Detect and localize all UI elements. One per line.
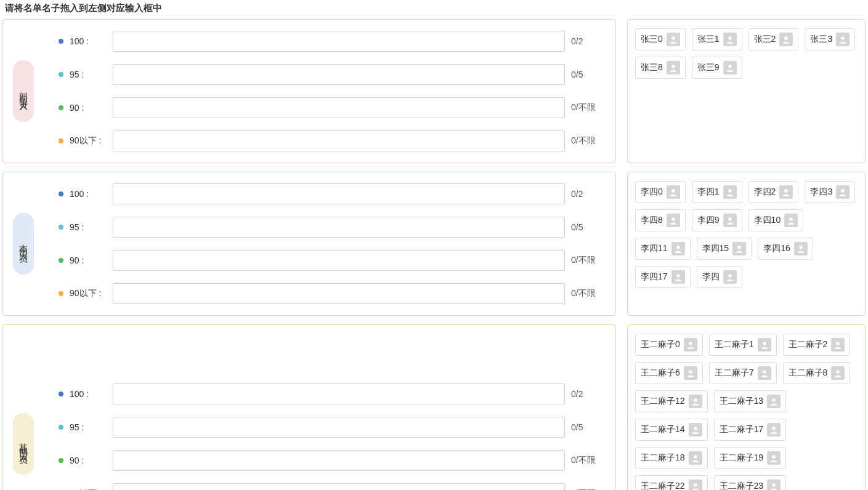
person-name: 张三9 [697,62,720,73]
person-chip[interactable]: 王二麻子8 [783,362,851,384]
drop-zone[interactable] [113,450,565,471]
person-name: 王二麻子6 [641,367,680,379]
person-chip[interactable]: 王二麻子22 [635,475,708,490]
score-row: 90以下 :0/不限 [59,483,606,490]
drop-zone[interactable] [113,483,565,490]
person-name: 王二麻子2 [789,339,828,350]
person-name: 王二麻子23 [720,481,764,490]
drop-zone[interactable] [113,131,565,151]
counter: 0/不限 [571,102,606,113]
avatar-icon [723,214,737,227]
person-name: 张三0 [641,34,663,45]
score-row: 100 :0/2 [59,31,606,52]
person-name: 李四9 [697,215,720,226]
person-chip[interactable]: 王二麻子23 [714,475,787,490]
person-chip[interactable]: 王二麻子1 [709,334,777,356]
person-chip[interactable]: 李四8 [635,209,686,231]
person-chip[interactable]: 王二麻子19 [714,447,787,469]
person-chip[interactable]: 李四16 [758,238,813,260]
person-chip[interactable]: 张三1 [692,28,742,50]
drop-zone[interactable] [113,97,565,118]
counter: 0/不限 [571,255,606,266]
person-chip[interactable]: 张三3 [805,28,855,50]
score-row: 90 :0/不限 [59,97,606,118]
person-name: 李四10 [754,215,781,226]
avatar-icon [767,480,781,490]
avatar-icon [836,185,850,199]
avatar-icon [723,185,737,199]
person-chip[interactable]: 李四1 [692,181,742,203]
person-chip[interactable]: 李四17 [635,266,691,288]
person-chip[interactable]: 王二麻子18 [635,447,708,469]
score-label: 100 : [70,36,107,46]
avatar-icon [671,270,685,284]
drop-panel: 本部门人员100 :0/295 :0/590 :0/不限90以下 :0/不限 [2,172,616,316]
person-chip[interactable]: 李四15 [697,238,752,260]
person-chip[interactable]: 王二麻子17 [714,419,787,441]
person-name: 王二麻子8 [789,367,828,379]
page-title: 请将名单名子拖入到左侧对应输入框中 [2,2,866,14]
person-chip[interactable]: 李四 [697,266,742,288]
person-name: 李四15 [702,243,729,254]
person-chip[interactable]: 张三0 [635,28,686,50]
person-name: 李四1 [697,187,720,198]
counter: 0/不限 [571,288,606,299]
dot-icon [59,72,63,77]
score-label: 95 : [70,70,107,79]
drop-zone[interactable] [113,217,565,238]
dot-icon [59,458,63,463]
avatar-icon [836,33,850,46]
drop-zone[interactable] [113,64,565,85]
drop-zone[interactable] [113,384,565,404]
person-chip[interactable]: 李四0 [635,181,686,203]
person-chip[interactable]: 李四9 [692,209,742,231]
people-pool: 李四0李四1李四2李四3李四8李四9李四10李四11李四15李四16李四17李四 [627,172,866,316]
avatar-icon [779,185,793,199]
person-chip[interactable]: 李四2 [748,181,799,203]
person-chip[interactable]: 张三2 [748,28,799,50]
person-name: 李四11 [641,243,668,254]
person-chip[interactable]: 王二麻子12 [635,390,708,412]
avatar-icon [758,366,771,380]
drop-zone[interactable] [113,417,565,438]
person-chip[interactable]: 王二麻子0 [635,334,703,356]
counter: 0/5 [571,222,606,232]
section-own_dept: 本部门人员100 :0/295 :0/590 :0/不限90以下 :0/不限李四… [2,172,866,316]
person-chip[interactable]: 李四3 [805,181,855,203]
avatar-icon [689,395,702,408]
person-name: 王二麻子19 [720,452,764,464]
avatar-icon [767,395,781,408]
person-chip[interactable]: 王二麻子7 [709,362,777,384]
score-label: 100 : [70,389,107,399]
score-label: 100 : [70,189,107,199]
person-chip[interactable]: 张三8 [635,57,686,79]
score-rows: 100 :0/295 :0/590 :0/不限90以下 :0/不限 [59,183,606,304]
person-chip[interactable]: 李四10 [748,209,804,231]
person-chip[interactable]: 王二麻子14 [635,419,708,441]
avatar-icon [767,423,781,436]
avatar-icon [671,242,685,255]
person-name: 李四2 [754,187,776,198]
score-rows: 100 :0/295 :0/590 :0/不限90以下 :0/不限 [59,336,606,490]
person-chip[interactable]: 王二麻子6 [635,362,703,384]
drop-zone[interactable] [113,250,565,271]
drop-zone[interactable] [113,183,565,204]
score-row: 90以下 :0/不限 [59,283,606,304]
dot-icon [59,105,63,110]
avatar-icon [667,185,680,199]
person-chip[interactable]: 李四11 [635,238,691,260]
dot-icon [59,258,63,263]
drop-zone[interactable] [113,31,565,52]
person-name: 李四8 [641,215,663,226]
avatar-icon [723,270,737,284]
person-name: 张三8 [641,62,663,73]
avatar-icon [684,366,697,380]
person-name: 李四3 [810,187,832,198]
person-chip[interactable]: 张三9 [692,57,742,79]
score-label: 95 : [70,422,107,432]
dot-icon [59,425,63,430]
dot-icon [59,39,63,44]
person-chip[interactable]: 王二麻子13 [714,390,787,412]
drop-zone[interactable] [113,283,565,304]
person-chip[interactable]: 王二麻子2 [783,334,851,356]
